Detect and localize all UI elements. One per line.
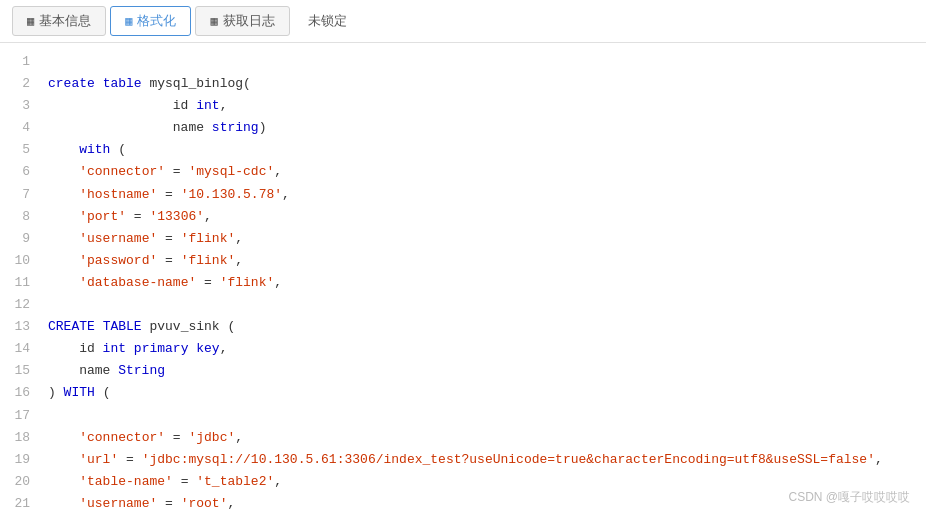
code-table: 1 2create table mysql_binlog(3 id int,4 … [0,51,926,516]
line-content: 'password' = 'infoCenter.2020' [40,515,926,516]
basic-info-icon: ▦ [27,14,34,29]
table-row: 4 name string) [0,117,926,139]
table-row: 12 [0,294,926,316]
table-row: 18 'connector' = 'jdbc', [0,427,926,449]
line-number: 6 [0,161,40,183]
line-number: 22 [0,515,40,516]
line-number: 3 [0,95,40,117]
tab-format-label: 格式化 [137,12,176,30]
tab-basic-info-label: 基本信息 [39,12,91,30]
line-number: 5 [0,139,40,161]
table-row: 2create table mysql_binlog( [0,73,926,95]
line-content: 'username' = 'flink', [40,228,926,250]
line-number: 15 [0,360,40,382]
table-row: 1 [0,51,926,73]
tab-fetch-log-label: 获取日志 [223,12,275,30]
line-number: 18 [0,427,40,449]
line-number: 19 [0,449,40,471]
line-number: 9 [0,228,40,250]
table-row: 7 'hostname' = '10.130.5.78', [0,184,926,206]
format-icon: ▦ [125,14,132,29]
line-number: 10 [0,250,40,272]
line-number: 2 [0,73,40,95]
table-row: 15 name String [0,360,926,382]
line-number: 12 [0,294,40,316]
line-content: 'port' = '13306', [40,206,926,228]
line-content: create table mysql_binlog( [40,73,926,95]
line-number: 7 [0,184,40,206]
tab-format[interactable]: ▦ 格式化 [110,6,191,36]
line-number: 11 [0,272,40,294]
table-row: 3 id int, [0,95,926,117]
table-row: 9 'username' = 'flink', [0,228,926,250]
table-row: 20 'table-name' = 't_table2', [0,471,926,493]
table-row: 8 'port' = '13306', [0,206,926,228]
line-number: 4 [0,117,40,139]
line-content: 'database-name' = 'flink', [40,272,926,294]
tab-fetch-log[interactable]: ▦ 获取日志 [195,6,289,36]
unlocked-label: 未锁定 [294,7,361,35]
table-row: 13CREATE TABLE pvuv_sink ( [0,316,926,338]
line-content: name String [40,360,926,382]
line-content [40,51,926,73]
line-number: 21 [0,493,40,515]
line-content: 'password' = 'flink', [40,250,926,272]
line-content: id int, [40,95,926,117]
line-content: id int primary key, [40,338,926,360]
line-number: 13 [0,316,40,338]
fetch-log-icon: ▦ [210,14,217,29]
line-content: 'connector' = 'mysql-cdc', [40,161,926,183]
line-content: with ( [40,139,926,161]
line-content [40,405,926,427]
table-row: 11 'database-name' = 'flink', [0,272,926,294]
line-content [40,294,926,316]
code-editor: 1 2create table mysql_binlog(3 id int,4 … [0,43,926,516]
line-content: CREATE TABLE pvuv_sink ( [40,316,926,338]
line-content: 'connector' = 'jdbc', [40,427,926,449]
table-row: 19 'url' = 'jdbc:mysql://10.130.5.61:330… [0,449,926,471]
table-row: 22 'password' = 'infoCenter.2020' [0,515,926,516]
table-row: 5 with ( [0,139,926,161]
line-number: 8 [0,206,40,228]
line-number: 17 [0,405,40,427]
line-number: 16 [0,382,40,404]
line-number: 14 [0,338,40,360]
table-row: 17 [0,405,926,427]
line-content: ) WITH ( [40,382,926,404]
toolbar: ▦ 基本信息 ▦ 格式化 ▦ 获取日志 未锁定 [0,0,926,43]
table-row: 6 'connector' = 'mysql-cdc', [0,161,926,183]
table-row: 14 id int primary key, [0,338,926,360]
line-content: name string) [40,117,926,139]
table-row: 16) WITH ( [0,382,926,404]
table-row: 21 'username' = 'root', [0,493,926,515]
tab-basic-info[interactable]: ▦ 基本信息 [12,6,106,36]
line-number: 1 [0,51,40,73]
table-row: 10 'password' = 'flink', [0,250,926,272]
line-content: 'hostname' = '10.130.5.78', [40,184,926,206]
line-number: 20 [0,471,40,493]
line-content: 'url' = 'jdbc:mysql://10.130.5.61:3306/i… [40,449,926,471]
watermark: CSDN @嘎子哎哎哎哎 [788,489,910,506]
